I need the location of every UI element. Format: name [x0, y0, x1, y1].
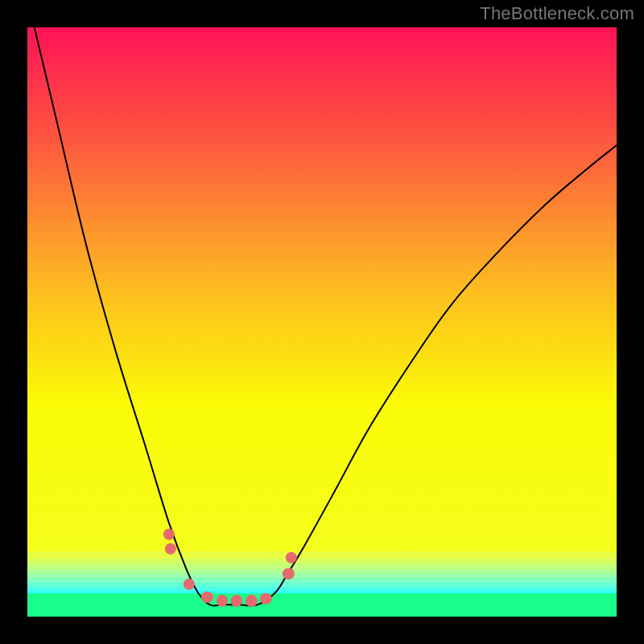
- watermark: TheBottleneck.com: [480, 3, 634, 24]
- bottleneck-curve-path: [27, 27, 617, 606]
- chart-curve-layer: [27, 27, 617, 617]
- chart-frame: [27, 27, 617, 617]
